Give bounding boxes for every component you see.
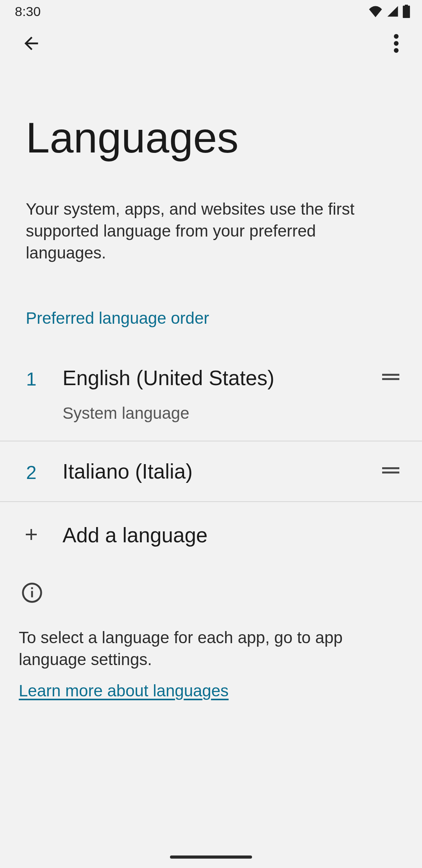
info-icon <box>21 582 43 605</box>
wifi-icon <box>368 5 383 17</box>
language-list: 1 English (United States) System languag… <box>0 348 422 502</box>
svg-point-2 <box>394 48 399 53</box>
add-language-button[interactable]: Add a language <box>0 502 422 568</box>
plus-icon <box>22 525 41 545</box>
battery-icon <box>402 5 410 18</box>
svg-rect-3 <box>382 374 399 376</box>
svg-point-0 <box>394 34 399 39</box>
cellular-icon <box>387 5 399 17</box>
drag-handle[interactable] <box>375 459 406 483</box>
add-language-label: Add a language <box>63 523 207 547</box>
more-vert-icon <box>394 34 399 54</box>
language-name: Italiano (Italia) <box>63 459 375 483</box>
svg-rect-4 <box>382 378 399 380</box>
section-header-preferred-order: Preferred language order <box>0 264 422 328</box>
svg-rect-5 <box>382 467 399 469</box>
info-text: To select a language for each app, go to… <box>19 611 396 671</box>
page-description: Your system, apps, and websites use the … <box>0 162 422 264</box>
drag-handle-icon <box>382 372 399 383</box>
svg-rect-9 <box>31 587 33 589</box>
status-time: 8:30 <box>15 4 41 19</box>
svg-rect-8 <box>31 591 33 597</box>
svg-rect-6 <box>382 472 399 473</box>
more-options-button[interactable] <box>381 29 412 60</box>
drag-handle-icon <box>382 466 399 477</box>
language-index: 2 <box>0 459 63 483</box>
learn-more-link[interactable]: Learn more about languages <box>19 681 229 700</box>
status-bar: 8:30 <box>0 0 422 23</box>
page-title: Languages <box>0 66 422 162</box>
back-button[interactable] <box>16 29 47 60</box>
navigation-handle[interactable] <box>170 855 252 859</box>
language-name: English (United States) <box>63 366 375 390</box>
app-bar <box>0 23 422 66</box>
language-item[interactable]: 1 English (United States) System languag… <box>0 348 422 441</box>
svg-point-1 <box>394 41 399 46</box>
info-block: To select a language for each app, go to… <box>0 568 422 700</box>
drag-handle[interactable] <box>375 366 406 389</box>
status-icons <box>368 5 410 18</box>
language-item[interactable]: 2 Italiano (Italia) <box>0 441 422 502</box>
language-subtitle: System language <box>63 404 375 423</box>
language-index: 1 <box>0 366 63 390</box>
arrow-back-icon <box>21 33 41 55</box>
